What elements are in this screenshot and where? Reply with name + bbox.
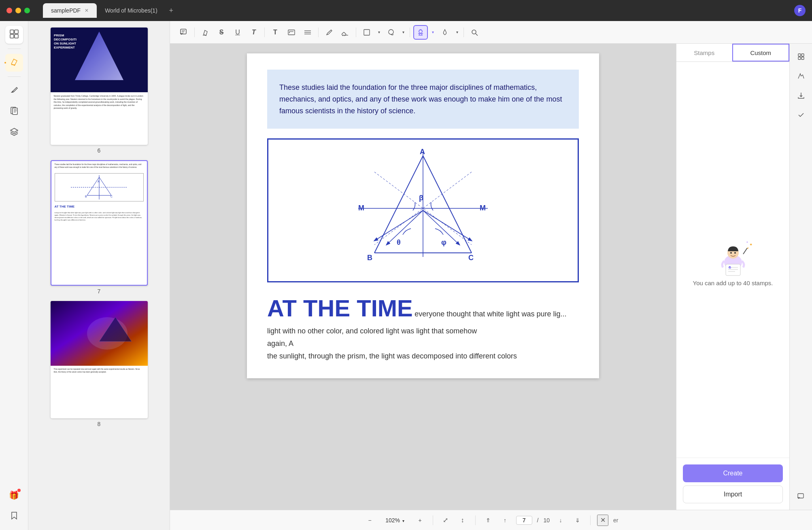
ink-dropdown[interactable]: ▾	[454, 25, 460, 40]
page-top-section: These studies laid the foundation for th…	[267, 70, 579, 129]
content-area: These studies laid the foundation for th…	[170, 44, 676, 510]
rt-check-button[interactable]	[793, 107, 809, 123]
fill-dropdown[interactable]: ▾	[400, 25, 406, 40]
stamp-dropdown[interactable]: ▾	[429, 25, 436, 40]
bottom-sep-3	[590, 515, 591, 525]
at-the-time-section: AT THE TIME everyone thought that white …	[267, 295, 579, 322]
close-window-button[interactable]	[6, 8, 12, 13]
stamp-empty-state: ✦ ✦ You can add up to 40 stamps.	[676, 62, 789, 458]
sidebar-item-edit[interactable]	[5, 82, 23, 100]
bottom-text: er	[613, 517, 618, 524]
zoom-out-button[interactable]: −	[364, 514, 376, 526]
diagram-section: A B C M M β θ φ	[267, 138, 579, 282]
text-color-button[interactable]: T	[247, 25, 261, 40]
svg-line-47	[423, 156, 472, 253]
thumbnail-page-6[interactable]: PRISM DECOMPOSITI ON SUNLIGHT EXPERIMENT…	[33, 28, 165, 154]
pencil-button[interactable]	[322, 25, 336, 40]
stamp-tabs: Stamps Custom	[676, 44, 789, 62]
stamps-tab[interactable]: Stamps	[676, 44, 732, 61]
zoom-in-button[interactable]: +	[414, 514, 426, 526]
user-avatar[interactable]: F	[794, 5, 806, 16]
tab-close-icon[interactable]: ✕	[85, 8, 89, 13]
next-page-button[interactable]: ↓	[555, 514, 567, 526]
maximize-window-button[interactable]	[24, 8, 30, 13]
current-page-input[interactable]	[516, 516, 532, 525]
sidebar-item-layers[interactable]	[5, 124, 23, 142]
prev-page-button[interactable]: ↑	[499, 514, 511, 526]
svg-rect-37	[364, 30, 370, 35]
bottom-sep-2	[475, 515, 476, 525]
thumbnail-page-8[interactable]: This experiment can be repeated now and …	[33, 301, 165, 427]
text-button[interactable]: T	[268, 25, 283, 40]
import-stamp-button[interactable]: Import	[683, 485, 783, 503]
sidebar: 🎁	[0, 21, 28, 530]
window-controls	[6, 8, 30, 13]
thumb-card-8[interactable]: This experiment can be repeated now and …	[51, 301, 148, 418]
highlight-button[interactable]	[198, 25, 213, 40]
page-separator: /	[537, 517, 539, 524]
rt-signature-button[interactable]	[793, 68, 809, 84]
eraser-button[interactable]	[338, 25, 353, 40]
tab-samplepdf[interactable]: samplePDF ✕	[43, 3, 97, 18]
svg-text:C: C	[468, 254, 474, 262]
svg-text:φ: φ	[441, 238, 446, 246]
sidebar-item-highlight[interactable]	[5, 54, 23, 72]
sidebar-item-bookmark[interactable]	[5, 507, 23, 525]
last-page-button[interactable]: ⇓	[572, 514, 584, 526]
fill-color-button[interactable]	[384, 25, 398, 40]
minimize-window-button[interactable]	[15, 8, 21, 13]
ink-color-button[interactable]	[438, 25, 452, 40]
sidebar-item-pages[interactable]	[5, 103, 23, 121]
sidebar-item-thumbnails[interactable]	[5, 26, 23, 44]
rt-scan-button[interactable]	[793, 49, 809, 65]
svg-line-74	[743, 248, 747, 254]
sidebar-item-gift[interactable]: 🎁	[5, 486, 23, 504]
svg-rect-3	[15, 34, 18, 38]
svg-line-53	[387, 210, 423, 245]
active-indicator	[4, 62, 6, 64]
svg-text:DECOMPOSITI: DECOMPOSITI	[54, 38, 77, 41]
fit-page-button[interactable]: ⤢	[440, 514, 452, 526]
layers-icon	[10, 127, 19, 138]
thumb-card-7[interactable]: These studies laid the foundation for th…	[51, 160, 148, 286]
thumb-body-8: This experiment can be repeated now and …	[51, 366, 148, 376]
stamp-empty-text: You can add up to 40 stamps.	[693, 279, 773, 288]
add-tab-button[interactable]: +	[166, 5, 177, 16]
fit-width-button[interactable]: ↕	[457, 514, 469, 526]
underline-button[interactable]: U	[230, 25, 245, 40]
shapes-dropdown[interactable]: ▾	[376, 25, 382, 40]
svg-rect-79	[801, 54, 804, 56]
page-number-6: 6	[98, 147, 101, 154]
bottom-bar: − 102% ▾ + ⤢ ↕ ⇑ ↑ / 10 ↓ ⇓ ✕ er	[170, 510, 812, 530]
gift-icon: 🎁	[9, 490, 19, 500]
custom-tab[interactable]: Custom	[732, 44, 790, 61]
thumbnail-panel: PRISM DECOMPOSITI ON SUNLIGHT EXPERIMENT…	[28, 21, 170, 530]
thumb-card-6[interactable]: PRISM DECOMPOSITI ON SUNLIGHT EXPERIMENT…	[51, 28, 148, 145]
comment-button[interactable]	[176, 25, 191, 40]
svg-point-44	[472, 30, 476, 34]
rt-chat-button[interactable]	[793, 489, 809, 505]
create-stamp-button[interactable]: Create	[683, 464, 783, 482]
text-box-button[interactable]	[284, 25, 299, 40]
svg-rect-82	[798, 494, 803, 498]
stamp-button[interactable]	[413, 25, 428, 40]
stamp-actions: Create Import	[676, 458, 789, 510]
toolbar: S U T T	[170, 21, 812, 44]
bookmark-icon	[10, 511, 19, 522]
thumbnail-page-7[interactable]: These studies laid the foundation for th…	[33, 160, 165, 295]
rt-download-button[interactable]	[793, 87, 809, 104]
list-button[interactable]	[300, 25, 315, 40]
close-bottom-button[interactable]: ✕	[597, 515, 608, 526]
search-button[interactable]	[467, 25, 482, 40]
at-the-time-heading: AT THE TIME	[267, 295, 413, 321]
zoom-dropdown-icon[interactable]: ▾	[402, 519, 404, 523]
tab-label: samplePDF	[51, 7, 81, 14]
svg-point-38	[389, 30, 393, 34]
first-page-button[interactable]: ⇑	[482, 514, 494, 526]
strikethrough-button[interactable]: S	[214, 25, 229, 40]
thumb-heading-7: AT THE TIME	[51, 203, 147, 210]
shapes-button[interactable]	[359, 25, 374, 40]
toolbar-sep-2	[264, 28, 265, 37]
main-layout: 🎁	[0, 21, 812, 530]
tab-world-of-microbes[interactable]: World of Microbes(1)	[97, 3, 166, 18]
